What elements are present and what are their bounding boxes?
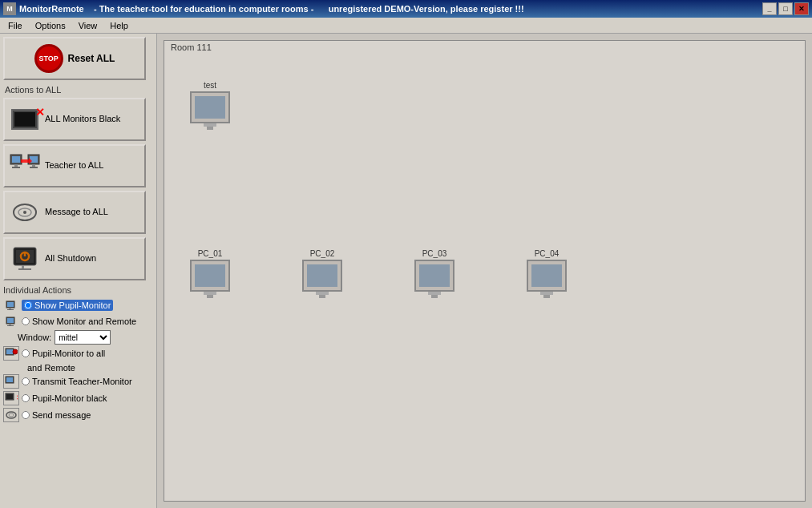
- comp-pc03-monitor: [414, 260, 454, 292]
- comp-pc04-label: PC_04: [535, 249, 560, 258]
- monitor-remote-radio[interactable]: [22, 317, 30, 325]
- svg-rect-23: [7, 318, 14, 323]
- comp-pc01-stand: [207, 295, 213, 298]
- radio-show-pupil-monitor[interactable]: Show Pupil-Monitor: [3, 298, 153, 312]
- svg-point-34: [6, 412, 16, 418]
- comp-pc02-stand: [319, 295, 325, 298]
- app-icon: M: [3, 2, 16, 15]
- comp-pc04-monitor: [527, 260, 567, 292]
- monitor-remote-label: Show Monitor and Remote: [32, 316, 136, 326]
- comp-test-stand: [207, 127, 213, 130]
- comp-test-monitor: [190, 91, 230, 123]
- window-controls: _ □ ✕: [762, 2, 809, 15]
- svg-rect-6: [32, 164, 35, 167]
- menu-view[interactable]: View: [72, 19, 104, 32]
- svg-rect-2: [14, 164, 18, 167]
- comp-pc01-monitor: [190, 260, 230, 292]
- room-box: Room 111 test PC_01: [164, 40, 806, 502]
- svg-rect-3: [12, 167, 20, 168]
- ind-action-transmit: Transmit Teacher-Monitor: [3, 374, 153, 389]
- svg-point-35: [9, 413, 14, 417]
- comp-pc02-label: PC_02: [310, 249, 335, 258]
- ind-action-pupil-monitor-all: Pupil-Monitor to all: [3, 346, 153, 361]
- svg-rect-30: [6, 377, 13, 382]
- teacher-to-all-label: Teacher to ALL: [45, 160, 103, 171]
- menu-bar: File Options View Help: [0, 18, 812, 34]
- message-to-all-label: Message to ALL: [45, 207, 108, 217]
- comp-pc03-body: [414, 260, 454, 298]
- comp-pc02-body: [302, 260, 342, 298]
- pupil-all-label: Pupil-Monitor to all: [32, 349, 105, 358]
- comp-pc03-stand: [431, 295, 438, 298]
- shutdown-icon: [10, 244, 40, 274]
- comp-pc04-stand: [543, 295, 550, 298]
- window-select[interactable]: mittel: [55, 330, 111, 345]
- svg-rect-25: [7, 325, 14, 326]
- black-radio[interactable]: [22, 394, 30, 402]
- and-remote-label: and Remote: [3, 363, 153, 373]
- menu-options[interactable]: Options: [29, 19, 72, 32]
- maximize-button[interactable]: □: [778, 2, 793, 15]
- radio-show-monitor-remote[interactable]: Show Monitor and Remote: [3, 314, 153, 329]
- subtitle: - The teacher-tool for education in comp…: [94, 4, 313, 14]
- computer-test[interactable]: test: [182, 81, 238, 130]
- comp-test-label: test: [204, 81, 216, 90]
- svg-rect-15: [18, 268, 31, 270]
- message-to-all-button[interactable]: Message to ALL: [3, 191, 146, 234]
- svg-rect-1: [12, 156, 20, 163]
- comp-pc02-monitor: [302, 260, 342, 292]
- send-msg-radio[interactable]: [22, 411, 30, 419]
- minimize-button[interactable]: _: [762, 2, 777, 15]
- window-label: Window:: [18, 333, 51, 342]
- computer-pc04[interactable]: PC_04: [519, 249, 575, 298]
- svg-point-11: [23, 211, 26, 214]
- send-msg-icon: [3, 408, 19, 422]
- message-icon: [10, 197, 40, 228]
- main-layout: STOP Reset ALL Actions to ALL ✕ ALL Moni…: [0, 34, 812, 508]
- pupil-monitor-all-icon: [3, 346, 19, 361]
- reset-all-label: Reset ALL: [68, 53, 115, 64]
- svg-rect-24: [9, 324, 11, 325]
- monitors-black-icon: ✕: [10, 104, 40, 135]
- comp-pc04-screen: [531, 264, 562, 287]
- comp-pc03-screen: [419, 264, 450, 287]
- close-button[interactable]: ✕: [794, 2, 809, 15]
- all-shutdown-label: All Shutdown: [45, 253, 96, 264]
- app-name: MonitorRemote: [19, 4, 84, 14]
- black-label: Pupil-Monitor black: [32, 393, 107, 403]
- comp-pc03-label: PC_03: [422, 249, 447, 258]
- svg-rect-27: [6, 349, 13, 354]
- ind-action-black: ✕ Pupil-Monitor black: [3, 391, 153, 405]
- all-monitors-black-button[interactable]: ✕ ALL Monitors Black: [3, 98, 146, 141]
- svg-rect-19: [7, 302, 14, 307]
- svg-point-28: [13, 349, 18, 354]
- computer-pc02[interactable]: PC_02: [294, 249, 350, 298]
- comp-pc01-label: PC_01: [198, 249, 223, 258]
- individual-section-label: Individual Actions: [3, 285, 153, 295]
- comp-pc04-body: [527, 260, 567, 298]
- menu-file[interactable]: File: [2, 19, 29, 32]
- sidebar: STOP Reset ALL Actions to ALL ✕ ALL Moni…: [0, 34, 157, 508]
- pupil-monitor-radio[interactable]: [24, 301, 32, 309]
- stop-icon: STOP: [34, 44, 63, 73]
- ind-action-send-msg: Send message: [3, 408, 153, 422]
- computer-pc03[interactable]: PC_03: [406, 249, 463, 298]
- transmit-icon: [3, 374, 19, 389]
- content-area: Room 111 test PC_01: [157, 34, 812, 508]
- transmit-radio[interactable]: [22, 377, 30, 385]
- teacher-to-all-icon: [10, 151, 40, 181]
- individual-actions: Individual Actions Show Pupil-Monitor: [3, 285, 153, 422]
- teacher-to-all-button[interactable]: Teacher to ALL: [3, 144, 146, 187]
- comp-pc01-body: [190, 260, 230, 298]
- all-shutdown-button[interactable]: All Shutdown: [3, 237, 146, 280]
- menu-help[interactable]: Help: [103, 19, 135, 32]
- room-label: Room 111: [171, 42, 212, 52]
- computer-pc01[interactable]: PC_01: [182, 249, 238, 298]
- pupil-all-radio[interactable]: [22, 349, 30, 357]
- svg-rect-7: [30, 167, 38, 168]
- comp-pc02-screen: [307, 264, 337, 287]
- reset-all-button[interactable]: STOP Reset ALL: [3, 37, 146, 80]
- pupil-monitor-label: Show Pupil-Monitor: [22, 300, 113, 311]
- black-icon: ✕: [3, 391, 19, 405]
- title-bar: M MonitorRemote - The teacher-tool for e…: [0, 0, 812, 18]
